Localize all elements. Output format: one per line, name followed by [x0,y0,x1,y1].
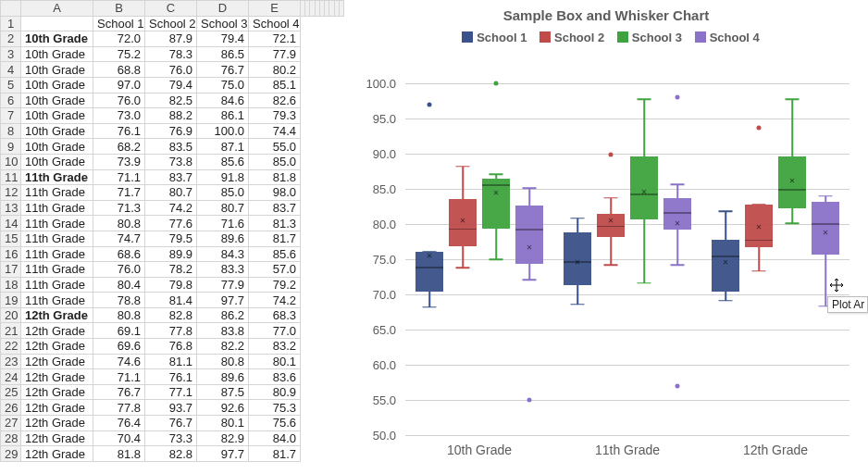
cell[interactable]: 10th Grade [21,62,93,78]
cell[interactable]: School 4 [249,16,301,31]
cell[interactable]: 80.8 [93,307,145,323]
cell[interactable]: 74.2 [249,293,301,308]
row-header-16[interactable]: 16 [1,246,21,262]
cell[interactable]: 77.9 [249,46,301,62]
col-header-E[interactable]: E [249,1,301,17]
cell[interactable]: 74.6 [93,354,145,369]
cell[interactable]: 97.0 [93,77,145,93]
row-header-4[interactable]: 4 [1,62,21,78]
cell[interactable]: 86.1 [197,108,249,124]
cell[interactable]: 11th Grade [21,169,93,185]
cell[interactable]: 12th Grade [21,323,93,339]
cell[interactable]: 10th Grade [21,31,93,47]
cell[interactable]: 82.8 [145,446,197,462]
cell[interactable]: 98.0 [249,185,301,201]
outlier-point[interactable] [609,152,614,156]
cell[interactable]: 11th Grade [21,185,93,201]
row-header-8[interactable]: 8 [1,123,21,139]
row-header-14[interactable]: 14 [1,216,21,231]
row-header-11[interactable]: 11 [1,169,21,185]
cell[interactable]: 85.0 [249,154,301,169]
cell[interactable]: 82.9 [197,430,249,446]
cell[interactable]: 83.7 [145,169,197,185]
cell[interactable]: 10th Grade [21,46,93,62]
cell[interactable]: 75.6 [249,416,301,431]
cell[interactable]: 12th Grade [21,430,93,446]
col-header-M[interactable]: M [334,1,339,17]
box-School2-0[interactable] [449,199,477,245]
cell[interactable]: 11th Grade [21,200,93,216]
cell[interactable]: 73.9 [93,154,145,169]
box-School1-2[interactable] [712,240,739,292]
cell[interactable]: 70.4 [93,430,145,446]
cell[interactable]: 81.3 [249,216,301,231]
cell[interactable]: 83.5 [145,139,197,155]
cell[interactable]: 12th Grade [21,369,93,385]
row-header-15[interactable]: 15 [1,231,21,246]
col-header-D[interactable]: D [197,1,249,17]
row-header-29[interactable]: 29 [1,446,21,462]
cell[interactable]: 87.1 [197,139,249,155]
cell[interactable]: 79.2 [249,277,301,293]
row-header-26[interactable]: 26 [1,400,21,416]
box-School4-1[interactable] [663,198,691,230]
cell[interactable]: 76.0 [93,262,145,278]
box-School1-0[interactable] [415,252,443,292]
cell[interactable]: 76.8 [145,339,197,355]
cell[interactable]: 81.8 [249,169,301,185]
cell[interactable]: 12th Grade [21,339,93,355]
cell[interactable]: 12th Grade [21,400,93,416]
cell[interactable]: 55.0 [249,139,301,155]
cell[interactable]: 10th Grade [21,154,93,169]
cell[interactable]: 97.7 [197,293,249,308]
cell[interactable]: 73.3 [145,430,197,446]
cell[interactable]: 73.8 [145,154,197,169]
cell[interactable]: 93.7 [145,400,197,416]
cell[interactable]: 78.8 [93,293,145,308]
cell[interactable]: 10th Grade [21,123,93,139]
cell[interactable]: 80.1 [197,416,249,431]
cell[interactable]: 78.2 [145,262,197,278]
row-header-25[interactable]: 25 [1,384,21,400]
cell[interactable]: 77.9 [197,277,249,293]
row-header-5[interactable]: 5 [1,77,21,93]
box-School4-2[interactable] [812,202,839,256]
row-header-19[interactable]: 19 [1,293,21,308]
cell[interactable]: 74.2 [145,200,197,216]
cell[interactable]: 85.0 [197,185,249,201]
cell[interactable]: 89.9 [145,246,197,262]
cell[interactable]: 86.2 [197,307,249,323]
row-header-3[interactable]: 3 [1,46,21,62]
cell[interactable]: 12th Grade [21,384,93,400]
row-header-20[interactable]: 20 [1,307,21,323]
cell[interactable]: 76.0 [93,93,145,108]
col-header-N[interactable]: N [339,1,343,17]
box-School3-1[interactable] [630,156,658,219]
row-header-22[interactable]: 22 [1,339,21,355]
cell[interactable]: 84.6 [197,93,249,108]
cell[interactable]: 71.7 [93,185,145,201]
box-School1-1[interactable] [564,232,591,285]
cell[interactable]: 12th Grade [21,354,93,369]
cell[interactable]: 68.3 [249,307,301,323]
col-header-H[interactable]: H [310,1,315,17]
cell[interactable]: 71.1 [93,369,145,385]
cell[interactable]: 11th Grade [21,216,93,231]
cell[interactable]: 91.8 [197,169,249,185]
row-header-21[interactable]: 21 [1,323,21,339]
cell[interactable]: 11th Grade [21,293,93,308]
cell[interactable]: 10th Grade [21,139,93,155]
row-header-18[interactable]: 18 [1,277,21,293]
cell[interactable]: 83.2 [249,339,301,355]
cell[interactable]: 76.0 [145,62,197,78]
cell[interactable]: 85.1 [249,77,301,93]
cell[interactable]: 79.4 [145,77,197,93]
row-header-23[interactable]: 23 [1,354,21,369]
cell[interactable]: 11th Grade [21,277,93,293]
cell[interactable]: 81.7 [249,231,301,246]
cell[interactable]: 79.4 [197,31,249,47]
row-header-12[interactable]: 12 [1,185,21,201]
corner-header[interactable] [1,1,21,17]
cell[interactable]: 57.0 [249,262,301,278]
cell[interactable]: 69.6 [93,339,145,355]
